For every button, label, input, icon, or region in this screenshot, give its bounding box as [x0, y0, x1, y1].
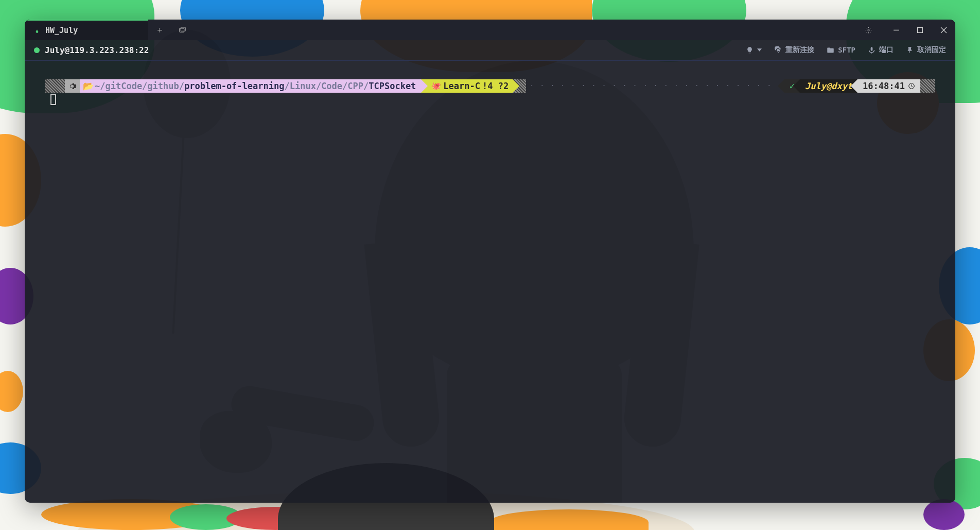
- svg-rect-7: [917, 27, 922, 32]
- new-tab-button[interactable]: [148, 20, 171, 40]
- prompt-segment-os: [65, 79, 80, 93]
- user-host: July@dxyt: [805, 79, 852, 93]
- unpin-button[interactable]: 取消固定: [906, 45, 946, 55]
- prompt-decoration-right: [920, 79, 935, 93]
- svg-rect-4: [181, 27, 185, 31]
- folder-icon: 📂: [83, 79, 94, 93]
- path-mid: problem-of-learning: [184, 79, 284, 93]
- prompt-segment-time: 16:48:41: [857, 79, 920, 93]
- path-leaf: TCPSocket: [369, 79, 416, 93]
- prompt-segment-user: July@dxyt: [800, 79, 857, 93]
- svg-point-5: [867, 29, 869, 30]
- path-suffix: /Linux/Code/CPP/: [284, 79, 369, 93]
- prompt-decoration-left: [45, 79, 65, 93]
- sftp-label: SFTP: [838, 46, 855, 54]
- sftp-button[interactable]: SFTP: [827, 46, 855, 54]
- reconnect-label: 重新连接: [785, 45, 814, 55]
- terminal-viewport[interactable]: 📂 ~/gitCode/github/problem-of-learning/L…: [25, 61, 955, 503]
- tab-hw-july[interactable]: HW_July: [25, 20, 148, 40]
- settings-button[interactable]: [856, 20, 880, 40]
- close-button[interactable]: [932, 20, 955, 40]
- serial-label: 端口: [879, 45, 894, 55]
- input-line[interactable]: [45, 94, 935, 105]
- git-branch: Learn-C: [443, 79, 480, 93]
- tab-title: HW_July: [45, 26, 78, 35]
- terminal-cursor: [50, 94, 56, 105]
- prompt-segment-path: 📂 ~/gitCode/github/problem-of-learning/L…: [80, 79, 421, 93]
- path-prefix: ~/gitCode/github/: [95, 79, 184, 93]
- git-dirty-status: !4 ?2: [482, 79, 509, 93]
- connection-label: July@119.3.223.238:22: [45, 45, 149, 55]
- github-icon: 🐙: [431, 79, 441, 93]
- minimize-button[interactable]: [884, 20, 908, 40]
- terminal-background-art: [25, 61, 955, 503]
- gear-icon: [68, 82, 77, 91]
- terminal-window: HW_July July@119.3: [25, 20, 955, 503]
- svg-rect-3: [179, 28, 184, 32]
- hint-button[interactable]: [746, 46, 762, 54]
- tabs-overview-button[interactable]: [171, 20, 194, 40]
- connection-status-dot: [34, 47, 40, 53]
- connection-bar: July@119.3.223.238:22 重新连接 SFTP 端口 取消固定: [25, 40, 955, 61]
- clock-icon: [908, 82, 915, 90]
- prompt-time: 16:48:41: [863, 79, 905, 93]
- prompt-segment-git: 🐙 Learn-C !4 ?2: [421, 79, 513, 93]
- prompt-fill-dots: · · · · · · · · · · · · · · · · · · · · …: [526, 79, 784, 93]
- window-titlebar: HW_July: [25, 20, 955, 40]
- unpin-label: 取消固定: [917, 45, 946, 55]
- maximize-button[interactable]: [908, 20, 932, 40]
- serial-button[interactable]: 端口: [868, 45, 894, 55]
- prompt-line: 📂 ~/gitCode/github/problem-of-learning/L…: [45, 79, 935, 93]
- reconnect-button[interactable]: 重新连接: [774, 45, 814, 55]
- tab-status-icon: [34, 27, 40, 33]
